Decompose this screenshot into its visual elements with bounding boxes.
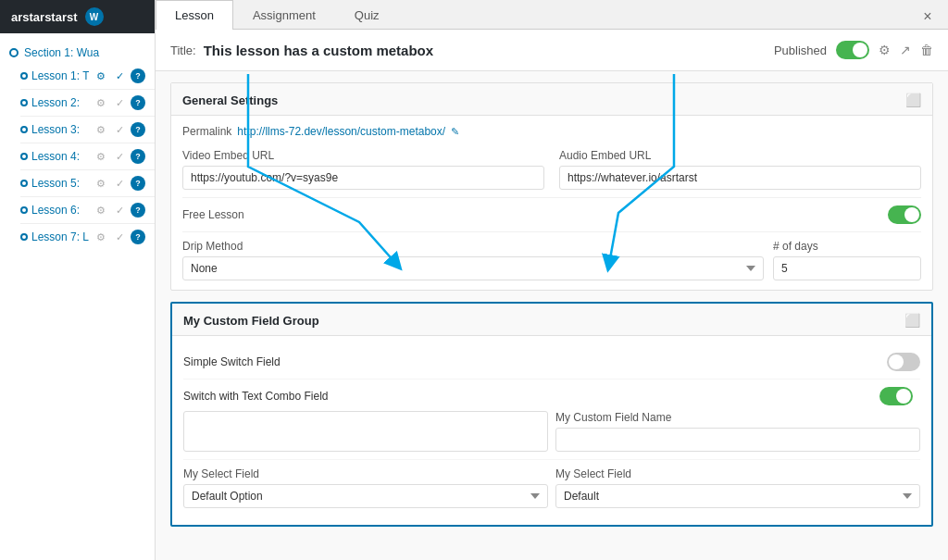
custom-field-name-group: My Custom Field Name	[555, 411, 920, 452]
audio-embed-group: Audio Embed URL	[559, 149, 921, 190]
switch-combo-text-input[interactable]	[183, 411, 548, 452]
permalink-link[interactable]: http://llms-72.dev/lesson/custom-metabox…	[237, 125, 445, 138]
simple-switch-control	[887, 353, 920, 371]
main-panel: Lesson Assignment Quiz × Title: This les…	[156, 0, 948, 560]
gear-icon[interactable]: ⚙	[94, 176, 108, 191]
help-icon[interactable]: ?	[131, 203, 145, 218]
permalink-label: Permalink	[182, 125, 231, 138]
sidebar-item-lesson3[interactable]: Lesson 3: ⚙ ✓ ?	[0, 118, 155, 141]
help-icon[interactable]: ?	[131, 68, 145, 83]
title-actions: Published ⚙ ↗ 🗑	[774, 41, 933, 59]
sidebar-item-lesson7[interactable]: Lesson 7: L ⚙ ✓ ?	[0, 226, 155, 248]
lesson-dot	[20, 126, 28, 133]
lesson-label: Lesson 5:	[31, 177, 80, 190]
help-icon[interactable]: ?	[131, 122, 145, 137]
drip-method-select[interactable]: None	[182, 256, 764, 280]
close-button[interactable]: ×	[918, 7, 937, 26]
sidebar-item-lesson6[interactable]: Lesson 6: ⚙ ✓ ?	[0, 199, 155, 221]
simple-switch-label: Simple Switch Field	[183, 355, 887, 368]
lesson-label: Lesson 4:	[31, 150, 80, 163]
lesson-icons: ⚙ ✓ ?	[94, 203, 145, 218]
lesson-icons: ⚙ ✓ ?	[94, 95, 145, 110]
custom-field-group-body: Simple Switch Field Switch with Text Com…	[172, 336, 931, 525]
gear-icon[interactable]: ⚙	[94, 203, 108, 218]
gear-icon[interactable]: ⚙	[94, 95, 108, 110]
help-icon[interactable]: ?	[131, 95, 145, 110]
sidebar-item-section1[interactable]: Section 1: Wua	[0, 41, 155, 65]
check-icon[interactable]: ✓	[112, 230, 127, 244]
check-icon[interactable]: ✓	[112, 122, 127, 137]
video-embed-group: Video Embed URL	[182, 149, 544, 190]
simple-switch-toggle[interactable]	[887, 353, 920, 371]
tab-lesson[interactable]: Lesson	[156, 0, 233, 30]
published-toggle[interactable]	[836, 41, 869, 59]
title-label: Title:	[170, 44, 196, 57]
help-icon[interactable]: ?	[131, 176, 145, 191]
select-label-1: My Select Field	[183, 467, 548, 480]
gear-icon[interactable]: ⚙	[94, 230, 108, 244]
check-icon[interactable]: ✓	[112, 95, 127, 110]
custom-field-name-label: My Custom Field Name	[555, 411, 920, 424]
drip-method-group: Drip Method None	[182, 240, 764, 280]
embed-grid: Video Embed URL Audio Embed URL	[182, 149, 921, 190]
custom-field-name-input[interactable]	[555, 428, 920, 452]
video-embed-input[interactable]	[182, 166, 544, 190]
audio-embed-input[interactable]	[559, 166, 921, 190]
lesson-dot	[20, 206, 28, 214]
lesson-label: Lesson 7: L	[31, 230, 89, 243]
help-icon[interactable]: ?	[131, 149, 145, 164]
free-lesson-toggle[interactable]	[888, 205, 921, 224]
custom-field-group-box: My Custom Field Group ⬜ Simple Switch Fi…	[170, 302, 933, 527]
free-lesson-label: Free Lesson	[182, 208, 244, 221]
section-label: Section 1: Wua	[24, 46, 99, 59]
tabs-bar: Lesson Assignment Quiz ×	[156, 0, 948, 30]
tab-assignment[interactable]: Assignment	[233, 0, 335, 30]
lesson-dot	[20, 233, 28, 241]
custom-field-group-header: My Custom Field Group ⬜	[172, 304, 931, 336]
sidebar-item-lesson4[interactable]: Lesson 4: ⚙ ✓ ?	[0, 145, 155, 168]
permalink-edit-icon[interactable]: ✎	[451, 126, 459, 138]
tab-quiz[interactable]: Quiz	[335, 0, 399, 30]
permalink-row: Permalink http://llms-72.dev/lesson/cust…	[182, 125, 921, 138]
check-icon[interactable]: ✓	[112, 203, 127, 218]
title-bar: Title: This lesson has a custom metabox …	[156, 30, 948, 71]
gear-icon[interactable]: ⚙	[94, 122, 108, 137]
help-icon[interactable]: ?	[131, 230, 145, 244]
check-icon[interactable]: ✓	[112, 149, 127, 164]
select-field-2[interactable]: Default	[555, 484, 920, 508]
section-box-header: General Settings ⬜	[171, 83, 932, 116]
site-name: arstarstarst	[11, 10, 78, 24]
content-area: General Settings ⬜ Permalink http://llms…	[156, 71, 948, 560]
check-icon[interactable]: ✓	[112, 68, 127, 83]
lesson-dot	[20, 180, 28, 187]
lesson-icons: ⚙ ✓ ?	[94, 68, 145, 83]
lesson-title: This lesson has a custom metabox	[204, 43, 774, 58]
wp-icon: W	[85, 7, 104, 26]
wp-settings-icon[interactable]: ⚙	[879, 43, 891, 57]
sidebar: arstarstarst W Section 1: Wua Lesson 1: …	[0, 0, 156, 560]
collapse-icon[interactable]: ⬜	[905, 93, 921, 107]
free-lesson-row: Free Lesson	[182, 197, 921, 232]
general-settings-heading: General Settings	[182, 93, 278, 107]
select-field-1[interactable]: Default Option	[183, 484, 548, 508]
trash-icon[interactable]: 🗑	[920, 43, 933, 57]
sidebar-item-lesson1[interactable]: Lesson 1: T ⚙ ✓ ?	[0, 65, 155, 87]
sidebar-header: arstarstarst W	[0, 0, 155, 33]
select-group-2: My Select Field Default	[555, 467, 920, 508]
share-icon[interactable]: ↗	[900, 43, 911, 57]
check-icon[interactable]: ✓	[112, 176, 127, 191]
gear-icon[interactable]: ⚙	[94, 149, 108, 164]
switch-combo-row: Switch with Text Combo Field My Custom F…	[183, 380, 920, 460]
collapse-icon[interactable]: ⬜	[904, 313, 920, 328]
days-input[interactable]	[773, 256, 921, 280]
lesson-icons: ⚙ ✓ ?	[94, 122, 145, 137]
custom-field-group-heading: My Custom Field Group	[183, 314, 319, 328]
sidebar-item-lesson2[interactable]: Lesson 2: ⚙ ✓ ?	[0, 92, 155, 114]
lesson-dot	[20, 153, 28, 160]
switch-combo-toggle[interactable]	[879, 387, 913, 405]
drip-row: Drip Method None # of days	[182, 240, 921, 280]
published-label: Published	[774, 44, 827, 57]
sidebar-item-lesson5[interactable]: Lesson 5: ⚙ ✓ ?	[0, 172, 155, 194]
gear-icon[interactable]: ⚙	[94, 68, 108, 83]
switch-combo-top: Switch with Text Combo Field	[183, 387, 920, 405]
